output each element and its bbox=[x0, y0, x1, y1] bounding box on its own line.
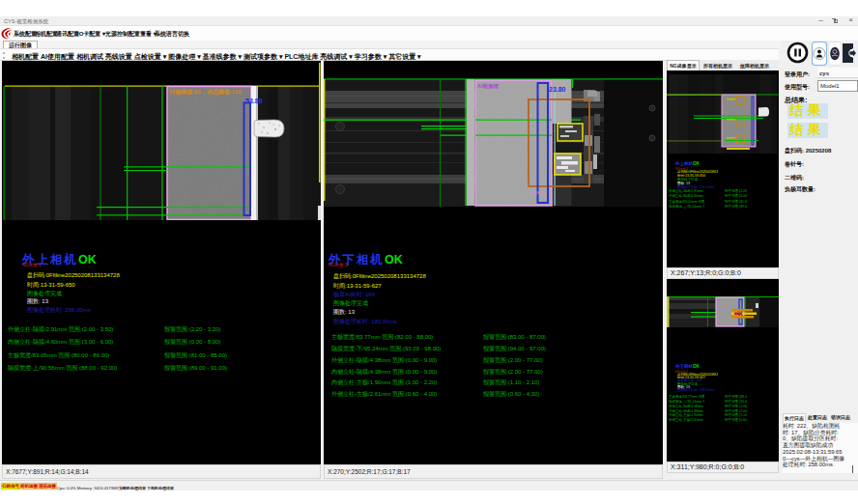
svg-text:纠偏阈值:93，动态阈值:100: 纠偏阈值:93，动态阈值:100 bbox=[169, 88, 242, 96]
svg-text:极耳检测: 极耳检测 bbox=[529, 190, 545, 195]
svg-text:AI检测框: AI检测框 bbox=[477, 83, 500, 90]
svg-text:23.80: 23.80 bbox=[549, 86, 566, 93]
svg-text:53.88: 53.88 bbox=[245, 98, 263, 104]
